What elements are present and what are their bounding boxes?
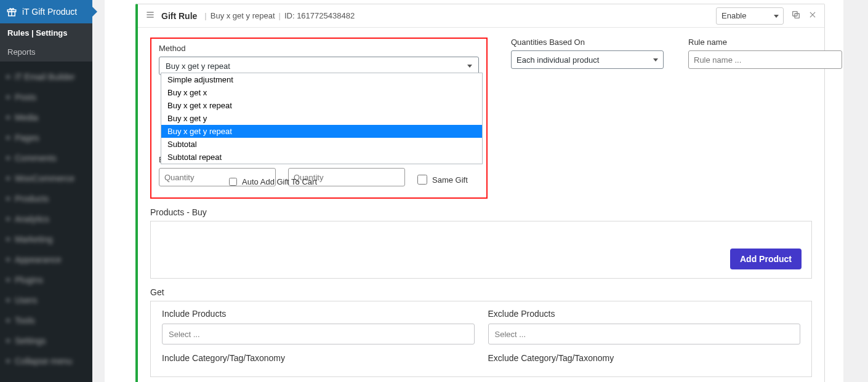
page: Gift Rule | Buy x get y repeat | ID: 161… xyxy=(105,0,843,382)
method-selected-value: Buy x get y repeat xyxy=(166,62,230,71)
quantities-label: Quantities Based On xyxy=(511,38,671,47)
copy-icon[interactable] xyxy=(791,10,801,22)
products-buy-label: Products - Buy xyxy=(150,207,812,217)
quantities-select[interactable]: Each individual product xyxy=(511,50,664,69)
method-option[interactable]: Simple adjustment xyxy=(161,73,482,86)
same-gift-checkbox[interactable]: Same Gift xyxy=(417,175,468,185)
include-category-label: Include Category/Tag/Taxonomy xyxy=(162,353,475,363)
method-highlight: Method Buy x get y repeat Simple adjustm… xyxy=(150,38,488,199)
get-section: Get Include Products Select ... Exclude … xyxy=(150,287,812,377)
include-products-select[interactable]: Select ... xyxy=(162,324,475,344)
same-gift-check[interactable] xyxy=(417,175,427,185)
get-grid: Include Products Select ... Exclude Prod… xyxy=(150,301,812,377)
sidebar-item-gift-product[interactable]: iT Gift Product xyxy=(0,0,92,23)
rule-body: Method Buy x get y repeat Simple adjustm… xyxy=(138,28,824,382)
close-icon[interactable] xyxy=(808,10,817,22)
rule-subtitle: Buy x get y repeat xyxy=(211,11,275,20)
method-option[interactable]: Subtotal repeat xyxy=(161,151,482,164)
method-option[interactable]: Buy x get x xyxy=(161,86,482,99)
chevron-down-icon xyxy=(653,58,658,62)
products-buy-section: Products - Buy Add Product xyxy=(150,207,812,279)
sidebar-sub-reports[interactable]: Reports xyxy=(0,42,92,62)
products-buy-box: Add Product xyxy=(150,221,812,279)
exclude-products-select[interactable]: Select ... xyxy=(488,324,801,344)
method-label: Method xyxy=(159,44,479,53)
separator: | xyxy=(204,11,206,20)
same-gift-label: Same Gift xyxy=(432,175,468,185)
method-option[interactable]: Buy x get y xyxy=(161,112,482,125)
rule-card: Gift Rule | Buy x get y repeat | ID: 161… xyxy=(135,4,825,382)
sidebar-plugin-label: iT Gift Product xyxy=(22,7,77,17)
auto-add-checkbox[interactable]: Auto Add Gift To Cart xyxy=(229,177,317,186)
method-option-selected[interactable]: Buy x get y repeat xyxy=(161,125,482,138)
rule-name-label: Rule name xyxy=(688,38,848,47)
sidebar-submenu: Rules | Settings Reports xyxy=(0,23,92,62)
admin-sidebar: iT Gift Product Rules | Settings Reports… xyxy=(0,0,92,382)
separator: | xyxy=(279,11,281,20)
rule-title: Gift Rule xyxy=(161,11,197,21)
exclude-products-label: Exclude Products xyxy=(488,309,801,319)
gift-icon xyxy=(6,6,17,17)
sidebar-sub-rules[interactable]: Rules | Settings xyxy=(0,23,92,42)
method-option[interactable]: Subtotal xyxy=(161,138,482,151)
exclude-category-label: Exclude Category/Tag/Taxonomy xyxy=(488,353,801,363)
sidebar-blurred: iT Email Builder Posts Media Pages Comme… xyxy=(0,66,92,382)
enable-select[interactable]: Enable xyxy=(716,7,784,25)
add-product-button[interactable]: Add Product xyxy=(730,249,802,269)
get-section-label: Get xyxy=(150,287,812,297)
rule-name-input[interactable] xyxy=(688,50,842,69)
rule-header: Gift Rule | Buy x get y repeat | ID: 161… xyxy=(138,4,824,28)
method-option[interactable]: Buy x get x repeat xyxy=(161,99,482,112)
auto-add-check[interactable] xyxy=(229,178,237,186)
drag-icon[interactable] xyxy=(145,10,156,22)
quantities-selected: Each individual product xyxy=(516,55,599,65)
include-products-label: Include Products xyxy=(162,309,475,319)
method-dropdown: Simple adjustment Buy x get x Buy x get … xyxy=(161,73,483,164)
auto-add-label: Auto Add Gift To Cart xyxy=(242,177,317,186)
rule-id: ID: 1617725438482 xyxy=(284,11,355,20)
chevron-down-icon xyxy=(467,65,472,68)
